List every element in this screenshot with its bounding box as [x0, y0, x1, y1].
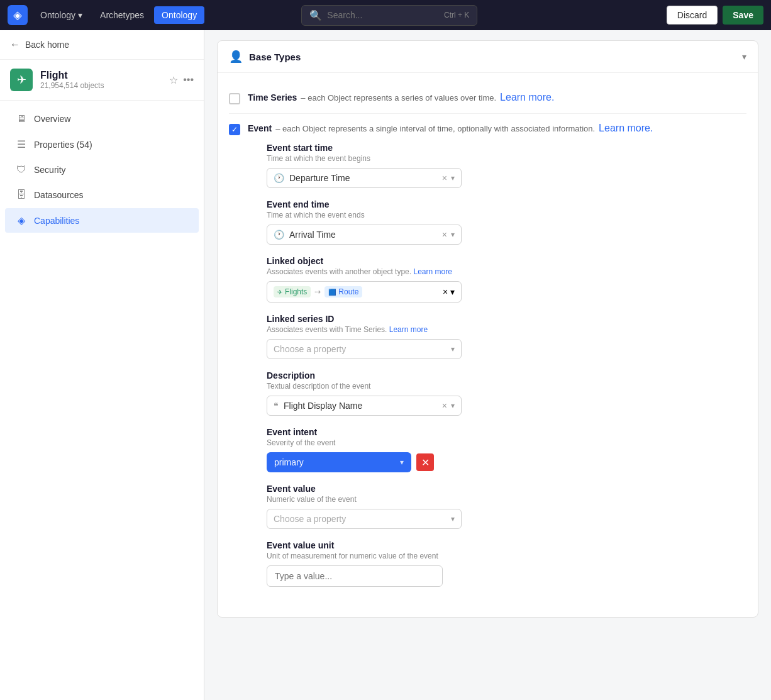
event-intent-field: Event intent Severity of the event prima…: [267, 427, 746, 472]
event-section: Event start time Time at which the event…: [248, 135, 746, 587]
save-button[interactable]: Save: [723, 6, 763, 25]
start-time-clear[interactable]: ×: [442, 173, 447, 183]
event-desc: – each Object represents a single interv…: [275, 124, 595, 133]
event-value-unit-input[interactable]: [267, 565, 443, 587]
event-checkbox[interactable]: ✓: [229, 124, 240, 135]
description-label: Description: [267, 370, 746, 381]
end-time-value: Arrival Time: [289, 230, 336, 240]
sidebar-item-overview[interactable]: 🖥 Overview: [5, 107, 199, 131]
event-end-time-label: Event end time: [267, 199, 746, 209]
sidebar-item-properties[interactable]: ☰ Properties (54): [5, 132, 199, 157]
panel-collapse-chevron[interactable]: ▾: [742, 52, 746, 62]
start-time-select[interactable]: 🕐 Departure Time × ▾: [267, 168, 462, 188]
linked-obj-chevron[interactable]: ▾: [450, 287, 455, 297]
search-input[interactable]: [327, 10, 439, 20]
back-home-link[interactable]: ← Back home: [0, 30, 204, 60]
sidebar-item-capabilities[interactable]: ◈ Capabilities: [5, 208, 199, 233]
start-time-controls: × ▾: [442, 173, 455, 183]
nav-ontology[interactable]: Ontology: [154, 6, 204, 24]
back-home-label: Back home: [25, 40, 69, 50]
linked-series-learn-more[interactable]: Learn more: [389, 325, 428, 334]
event-intent-label: Event intent: [267, 427, 746, 437]
event-value-chevron[interactable]: ▾: [451, 514, 455, 523]
start-time-chevron[interactable]: ▾: [451, 174, 455, 182]
search-icon: 🔍: [309, 9, 322, 21]
more-options-icon[interactable]: •••: [183, 74, 194, 86]
time-series-content: Time Series – each Object represents a s…: [248, 92, 746, 104]
linked-series-id-chevron[interactable]: ▾: [451, 345, 455, 353]
event-intent-chevron[interactable]: ▾: [400, 458, 404, 467]
start-time-clock-icon: 🕐: [274, 173, 284, 183]
time-series-learn-more[interactable]: Learn more.: [500, 92, 554, 103]
nav-dropdown-arrow: ▾: [78, 10, 82, 20]
base-types-panel: 👤 Base Types ▾ Time Series – each Object…: [217, 40, 758, 618]
sidebar-item-security[interactable]: 🛡 Security: [5, 158, 199, 182]
event-value-unit-label: Event value unit: [267, 540, 746, 550]
event-end-time-field: Event end time Time at which the event e…: [267, 199, 746, 245]
end-time-controls: × ▾: [442, 230, 455, 240]
sidebar-item-datasources[interactable]: 🗄 Datasources: [5, 183, 199, 207]
linked-obj-clear[interactable]: ×: [443, 287, 448, 297]
event-row: ✓ Event – each Object represents a singl…: [229, 114, 746, 607]
event-intent-row: primary ▾ ✕: [267, 452, 746, 472]
capabilities-icon: ◈: [15, 214, 28, 226]
sidebar-object-info: Flight 21,954,514 objects: [40, 70, 162, 90]
time-series-checkbox[interactable]: [229, 93, 240, 104]
nav-archetypes[interactable]: Archetypes: [92, 6, 152, 24]
panel-header-icon: 👤: [229, 50, 243, 64]
event-value-hint: Numeric value of the event: [267, 495, 746, 504]
description-clear[interactable]: ×: [442, 401, 447, 411]
start-time-select-left: 🕐 Departure Time: [274, 173, 350, 183]
linked-object-select[interactable]: ✈ Flights ⇢ 🟦 Route: [267, 281, 462, 303]
datasources-icon: 🗄: [15, 189, 28, 201]
flight-object-icon: ✈: [10, 69, 33, 91]
linked-series-id-field: Linked series ID Associates events with …: [267, 314, 746, 359]
back-arrow-icon: ←: [10, 39, 20, 50]
event-start-time-field: Event start time Time at which the event…: [267, 143, 746, 188]
event-end-time-hint: Time at which the event ends: [267, 211, 746, 219]
start-time-value: Departure Time: [289, 173, 350, 183]
route-tag: 🟦 Route: [324, 286, 362, 297]
description-hint: Textual description of the event: [267, 382, 746, 391]
flights-tag-label: Flights: [285, 287, 307, 296]
description-select[interactable]: ❝ Flight Display Name × ▾: [267, 396, 462, 416]
logo-icon: ◈: [13, 8, 22, 22]
linked-object-learn-more[interactable]: Learn more: [413, 267, 452, 276]
event-learn-more[interactable]: Learn more.: [599, 123, 653, 134]
topbar: ◈ Ontology ▾ Archetypes Ontology 🔍 Ctrl …: [0, 0, 771, 30]
nav-ontology-dropdown[interactable]: Ontology ▾: [33, 6, 90, 24]
nav-ontology-label: Ontology: [40, 10, 75, 20]
topbar-nav: Ontology ▾ Archetypes Ontology: [33, 6, 204, 24]
star-icon[interactable]: ☆: [169, 74, 178, 86]
event-value-unit-hint: Unit of measurement for numeric value of…: [267, 552, 746, 560]
event-value-unit-field: Event value unit Unit of measurement for…: [267, 540, 746, 587]
description-field: Description Textual description of the e…: [267, 370, 746, 416]
description-quote-icon: ❝: [274, 401, 279, 411]
app-logo: ◈: [8, 5, 28, 25]
route-tag-icon: 🟦: [328, 289, 336, 296]
end-time-clear[interactable]: ×: [442, 230, 447, 240]
event-intent-select[interactable]: primary ▾: [267, 452, 411, 472]
end-time-select[interactable]: 🕐 Arrival Time × ▾: [267, 225, 462, 245]
description-select-left: ❝ Flight Display Name: [274, 401, 362, 411]
discard-button[interactable]: Discard: [667, 6, 718, 25]
event-start-time-hint: Time at which the event begins: [267, 154, 746, 163]
linked-series-id-select[interactable]: Choose a property ▾: [267, 339, 462, 359]
linked-object-hint: Associates events with another object ty…: [267, 267, 746, 276]
panel-title: Base Types: [249, 52, 301, 62]
end-time-chevron[interactable]: ▾: [451, 230, 455, 239]
linked-series-id-left: Choose a property: [274, 344, 346, 354]
event-intent-value: primary: [274, 457, 304, 467]
flights-tag-icon: ✈: [277, 289, 282, 296]
event-start-time-label: Event start time: [267, 143, 746, 153]
time-series-title: Time Series: [248, 92, 297, 103]
linked-obj-left: ✈ Flights ⇢ 🟦 Route: [274, 286, 362, 297]
event-intent-hint: Severity of the event: [267, 438, 746, 447]
sidebar-item-overview-label: Overview: [34, 114, 70, 124]
event-value-select[interactable]: Choose a property ▾: [267, 509, 462, 529]
search-bar[interactable]: 🔍 Ctrl + K: [301, 5, 477, 26]
description-chevron[interactable]: ▾: [451, 401, 455, 410]
route-tag-label: Route: [338, 287, 358, 296]
event-intent-remove-button[interactable]: ✕: [416, 453, 434, 471]
linked-object-field: Linked object Associates events with ano…: [267, 256, 746, 303]
